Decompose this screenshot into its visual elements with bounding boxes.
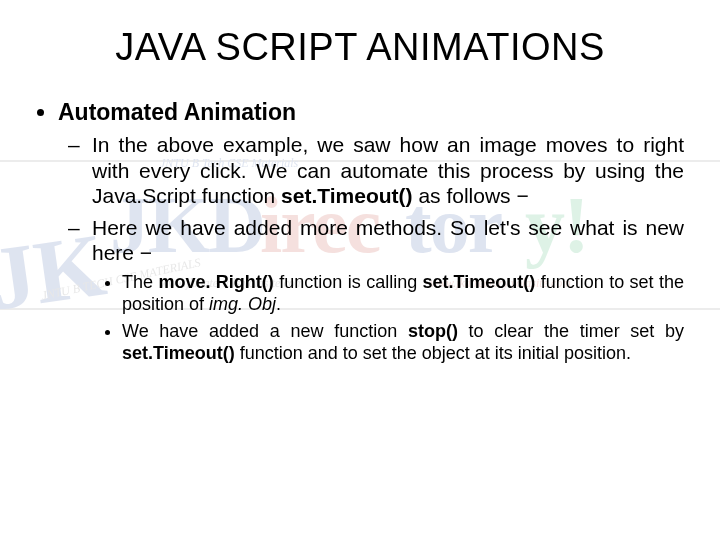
- code-imgobj: img. Obj: [209, 294, 276, 314]
- paragraph-2: Here we have added more methods. So let'…: [88, 215, 684, 365]
- code-settimeout-3: set.Timeout(): [122, 343, 235, 363]
- code-settimeout: set.Timeout(): [281, 184, 412, 207]
- bullet-list-level2: In the above example, we saw how an imag…: [58, 132, 684, 365]
- section-heading: Automated Animation In the above example…: [58, 99, 684, 365]
- slide-content: JAVA SCRIPT ANIMATIONS Automated Animati…: [0, 0, 720, 365]
- slide-title: JAVA SCRIPT ANIMATIONS: [36, 26, 684, 69]
- paragraph-1: In the above example, we saw how an imag…: [88, 132, 684, 209]
- sub-bullet-1: The move. Right() function is calling se…: [122, 272, 684, 316]
- code-settimeout-2: set.Timeout(): [423, 272, 536, 292]
- sub-bullet-2: We have added a new function stop() to c…: [122, 321, 684, 365]
- section-heading-text: Automated Animation: [58, 99, 296, 125]
- bullet-list-level1: Automated Animation In the above example…: [36, 99, 684, 365]
- code-stop: stop(): [408, 321, 458, 341]
- bullet-list-level3: The move. Right() function is calling se…: [92, 272, 684, 365]
- code-moveright: move. Right(): [158, 272, 273, 292]
